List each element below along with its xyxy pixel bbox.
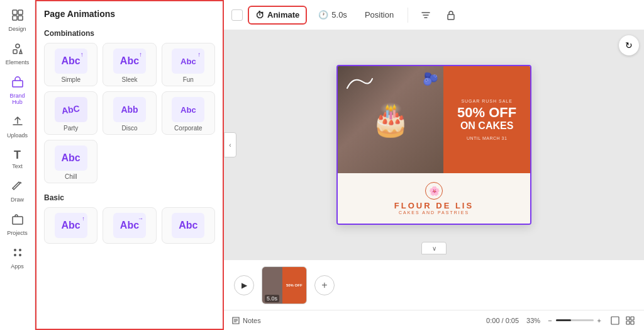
position-button[interactable]: Position: [358, 7, 400, 23]
svg-rect-14: [611, 317, 619, 324]
sidebar-item-draw[interactable]: Draw: [3, 176, 33, 207]
svg-rect-1: [18, 10, 23, 14]
notes-label: Notes: [243, 317, 261, 324]
anim-preview-basic1: Abc ↑: [55, 213, 87, 238]
sidebar-item-brand-hub-label: Brand Hub: [5, 93, 30, 105]
basic-grid: Abc ↑ Abc → Abc: [44, 207, 215, 244]
single-view-button[interactable]: [609, 314, 621, 327]
design-card-bottom: 🌸 FLOUR DE LIS CAKES AND PASTRIES: [338, 173, 530, 224]
grid-view-button[interactable]: [624, 314, 636, 327]
brand-hub-icon: [11, 76, 24, 91]
duration-label: 5.0s: [331, 10, 347, 20]
svg-rect-7: [13, 81, 23, 87]
sale-percent: 50% OFF: [450, 106, 524, 120]
zoom-slider[interactable]: [556, 319, 594, 321]
lock-icon-btn[interactable]: [441, 5, 461, 25]
sidebar-item-draw-label: Draw: [11, 196, 24, 203]
filter-icon-btn[interactable]: [416, 5, 436, 25]
design-card-top: 🎂 🫐 SUGAR RUSH SALE 50% OFF ON CAKES UNT…: [338, 66, 530, 173]
view-buttons: [609, 314, 636, 327]
cake-photo: 🎂 🫐: [338, 66, 443, 173]
panel-title: Page Animations: [44, 9, 215, 19]
anim-preview-disco: Abb: [113, 97, 146, 122]
sidebar-item-uploads[interactable]: Uploads: [3, 111, 33, 142]
time-display: 0:00 / 0:05: [486, 317, 519, 324]
scroll-down-button[interactable]: ∨: [421, 242, 447, 254]
svg-rect-2: [13, 16, 17, 20]
projects-icon: [11, 213, 24, 229]
anim-card-disco[interactable]: Abb Disco: [103, 91, 156, 135]
canvas-area: 🎂 🫐 SUGAR RUSH SALE 50% OFF ON CAKES UNT…: [224, 30, 644, 259]
anim-preview-basic3: Abc: [172, 213, 204, 238]
svg-rect-5: [13, 50, 17, 54]
refresh-button[interactable]: ↻: [619, 35, 639, 55]
anim-card-basic3[interactable]: Abc: [162, 207, 215, 244]
notes-button[interactable]: Notes: [231, 316, 261, 325]
anim-card-basic1[interactable]: Abc ↑: [44, 207, 97, 244]
svg-point-12: [19, 254, 21, 256]
position-label: Position: [365, 10, 394, 20]
anim-card-chill[interactable]: Abc Chill: [44, 140, 97, 183]
svg-rect-15: [626, 317, 630, 320]
svg-rect-18: [631, 321, 634, 324]
animations-panel: Page Animations Combinations ↑ Abc Simpl…: [35, 0, 224, 330]
svg-rect-8: [13, 217, 23, 224]
brand-name: FLOUR DE LIS: [394, 201, 474, 210]
zoom-increase-icon[interactable]: +: [597, 317, 601, 324]
anim-card-basic2[interactable]: Abc →: [103, 207, 156, 244]
thumb-duration: 5.0s: [265, 295, 279, 302]
anim-preview-fun: ↑ Abc: [172, 48, 204, 74]
brand-subtitle: CAKES AND PASTRIES: [399, 210, 469, 215]
draw-icon: [11, 179, 24, 195]
apps-icon: [11, 246, 24, 262]
anim-label-corporate: Corporate: [174, 125, 202, 132]
timeline-thumbnail[interactable]: 50% OFF 5.0s: [262, 266, 307, 304]
anim-card-party[interactable]: AbC Party: [44, 91, 97, 135]
sidebar-item-elements-label: Elements: [6, 59, 30, 65]
combinations-grid: ↑ Abc Simple ↑ Abc Sleek ↑ Abc Fun AbC: [44, 43, 215, 183]
sidebar-item-text[interactable]: T Text: [3, 145, 33, 173]
animate-button[interactable]: ⏱ Animate: [248, 6, 307, 25]
anim-preview-simple: ↑ Abc: [55, 48, 87, 74]
page-checkbox[interactable]: [231, 9, 243, 21]
sidebar-item-elements[interactable]: Elements: [3, 38, 33, 69]
sidebar-item-uploads-label: Uploads: [7, 132, 28, 139]
thumb-orange-part: 50% OFF: [282, 267, 307, 304]
anim-card-simple[interactable]: ↑ Abc Simple: [44, 43, 97, 86]
sidebar-item-apps[interactable]: Apps: [3, 242, 33, 273]
sidebar-item-brand-hub[interactable]: Brand Hub: [3, 72, 33, 109]
animate-icon: ⏱: [255, 10, 264, 20]
svg-rect-16: [631, 317, 634, 320]
scroll-left-button[interactable]: ‹: [224, 132, 236, 157]
thumb-text: 50% OFF: [286, 283, 303, 287]
basic-section-title: Basic: [44, 193, 215, 202]
anim-label-party: Party: [64, 125, 78, 132]
main-area: ⏱ Animate 🕐 5.0s Position: [224, 0, 644, 330]
uploads-icon: [11, 115, 24, 131]
sale-label: SUGAR RUSH SALE: [450, 99, 524, 103]
combinations-section-title: Combinations: [44, 29, 215, 38]
sidebar-item-design[interactable]: Design: [3, 5, 33, 36]
anim-preview-corporate: Abc: [172, 97, 204, 122]
svg-marker-6: [19, 50, 22, 54]
anim-label-disco: Disco: [121, 125, 137, 132]
status-bar: Notes 0:00 / 0:05 33% − +: [224, 310, 644, 330]
zoom-control[interactable]: − +: [548, 317, 601, 324]
play-button[interactable]: ▶: [234, 275, 254, 295]
anim-card-fun[interactable]: ↑ Abc Fun: [162, 43, 215, 86]
svg-point-11: [14, 254, 16, 256]
duration-button[interactable]: 🕐 5.0s: [312, 7, 353, 23]
add-page-button[interactable]: +: [314, 275, 335, 295]
svg-rect-3: [18, 16, 23, 20]
sidebar-item-projects[interactable]: Projects: [3, 209, 33, 240]
anim-preview-basic2: Abc →: [113, 213, 146, 238]
elements-icon: [11, 42, 24, 58]
anim-card-corporate[interactable]: Abc Corporate: [162, 91, 215, 135]
zoom-slider-fill: [556, 319, 571, 321]
sidebar-item-projects-label: Projects: [7, 230, 28, 236]
zoom-decrease-icon[interactable]: −: [548, 317, 552, 324]
anim-card-sleek[interactable]: ↑ Abc Sleek: [103, 43, 156, 86]
anim-label-fun: Fun: [183, 76, 194, 83]
svg-point-9: [14, 249, 16, 251]
svg-point-10: [19, 249, 21, 251]
